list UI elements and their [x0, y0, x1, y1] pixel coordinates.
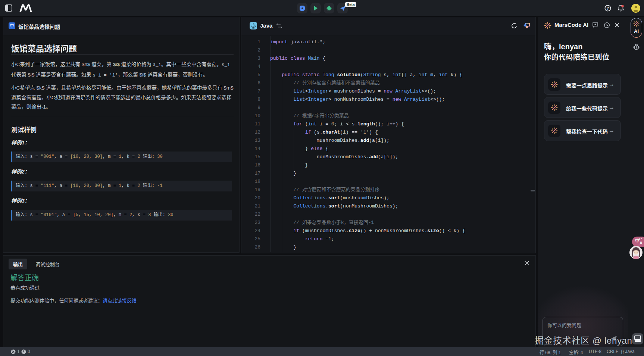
svg-text:?: ?	[607, 6, 609, 10]
